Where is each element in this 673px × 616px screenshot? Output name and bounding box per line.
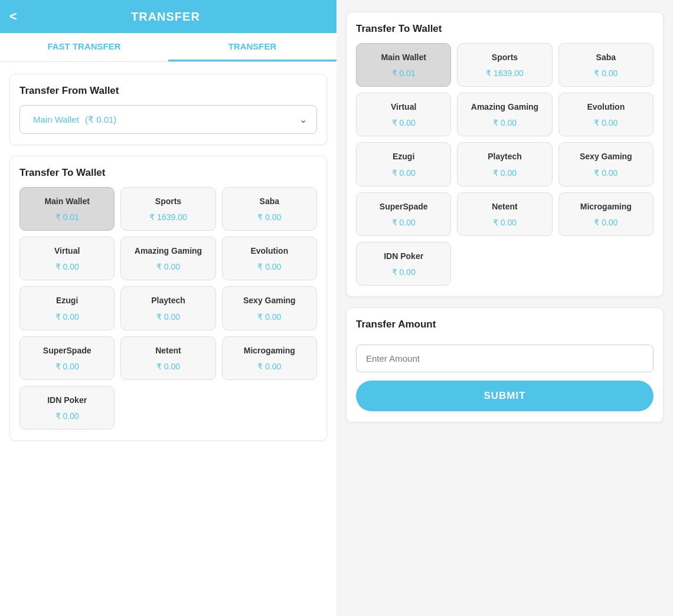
wallet-name: Microgaming [228,345,311,356]
right-wallet-card-netent[interactable]: Netent ₹ 0.00 [457,192,552,236]
tabs-container: FAST TRANSFER TRANSFER [0,33,336,62]
wallet-card-superspade[interactable]: SuperSpade ₹ 0.00 [19,336,115,380]
wallet-name: Microgaming [565,201,647,212]
transfer-amount-title: Transfer Amount [356,319,654,330]
wallet-amount: ₹ 0.00 [127,312,209,322]
wallet-name: Ezugi [362,151,445,162]
right-wallet-card-evolution[interactable]: Evolution ₹ 0.00 [558,93,654,136]
wallet-amount: ₹ 0.00 [26,411,108,421]
wallet-amount: ₹ 0.00 [565,218,647,227]
right-transfer-to-title: Transfer To Wallet [356,23,654,35]
right-wallet-grid: Main Wallet ₹ 0.01 Sports ₹ 1639.00 Saba… [356,43,654,286]
wallet-name: Playtech [127,295,209,306]
wallet-card-sexy-gaming[interactable]: Sexy Gaming ₹ 0.00 [222,286,317,330]
wallet-amount: ₹ 0.00 [362,168,445,178]
right-wallet-card-amazing-gaming[interactable]: Amazing Gaming ₹ 0.00 [457,93,552,136]
wallet-card-netent[interactable]: Netent ₹ 0.00 [120,336,215,380]
wallet-name: Virtual [26,245,108,256]
wallet-amount: ₹ 0.00 [228,362,311,371]
wallet-card-playtech[interactable]: Playtech ₹ 0.00 [120,286,215,330]
wallet-amount: ₹ 0.00 [228,212,311,222]
wallet-grid: Main Wallet ₹ 0.01 Sports ₹ 1639.00 Saba… [19,187,317,430]
right-wallet-card-microgaming[interactable]: Microgaming ₹ 0.00 [558,192,654,236]
wallet-amount: ₹ 0.01 [362,68,445,78]
back-button[interactable]: < [9,9,17,24]
wallet-card-virtual[interactable]: Virtual ₹ 0.00 [19,237,115,280]
wallet-dropdown[interactable]: Main Wallet (₹ 0.01) ⌄ [19,105,317,134]
wallet-name: Main Wallet [362,52,445,63]
wallet-card-saba[interactable]: Saba ₹ 0.00 [222,187,317,231]
wallet-card-microgaming[interactable]: Microgaming ₹ 0.00 [222,336,317,380]
wallet-name: Sexy Gaming [228,295,311,306]
transfer-amount-section: Transfer Amount SUBMIT [346,307,664,422]
wallet-amount: ₹ 0.00 [26,262,108,271]
wallet-name: Saba [228,196,311,207]
left-panel: < TRANSFER FAST TRANSFER TRANSFER Transf… [0,0,336,616]
wallet-amount: ₹ 1639.00 [127,212,209,222]
amount-input[interactable] [356,345,654,372]
wallet-amount: ₹ 0.00 [127,262,209,271]
wallet-name: Virtual [362,101,445,112]
transfer-from-title: Transfer From Wallet [19,85,317,97]
page-title: TRANSFER [24,10,307,24]
wallet-amount: ₹ 0.00 [565,118,647,127]
right-wallet-card-superspade[interactable]: SuperSpade ₹ 0.00 [356,192,451,236]
wallet-amount: ₹ 0.00 [362,218,445,227]
wallet-name: IDN Poker [26,395,108,405]
right-transfer-to-section: Transfer To Wallet Main Wallet ₹ 0.01 Sp… [346,12,664,297]
wallet-name: SuperSpade [362,201,445,212]
submit-button[interactable]: SUBMIT [356,381,654,411]
wallet-name: Saba [565,52,647,63]
right-panel: Transfer To Wallet Main Wallet ₹ 0.01 Sp… [336,0,673,616]
wallet-amount: ₹ 0.00 [26,362,108,371]
selected-wallet-text: Main Wallet (₹ 0.01) [30,114,116,125]
wallet-amount: ₹ 0.00 [565,168,647,178]
wallet-name: Ezugi [26,295,108,306]
right-wallet-card-main-wallet[interactable]: Main Wallet ₹ 0.01 [356,43,451,87]
wallet-amount: ₹ 0.00 [565,68,647,78]
right-wallet-card-sexy-gaming[interactable]: Sexy Gaming ₹ 0.00 [558,142,654,186]
wallet-card-main-wallet[interactable]: Main Wallet ₹ 0.01 [19,187,115,231]
wallet-name: Evolution [565,101,647,112]
wallet-card-idn-poker[interactable]: IDN Poker ₹ 0.00 [19,386,115,430]
wallet-card-amazing-gaming[interactable]: Amazing Gaming ₹ 0.00 [120,237,215,280]
wallet-amount: ₹ 0.00 [362,267,445,277]
wallet-name: Amazing Gaming [463,101,545,112]
header: < TRANSFER [0,0,336,33]
right-wallet-card-idn-poker[interactable]: IDN Poker ₹ 0.00 [356,242,451,286]
wallet-card-ezugi[interactable]: Ezugi ₹ 0.00 [19,286,115,330]
wallet-name: Amazing Gaming [127,245,209,256]
wallet-amount: ₹ 0.00 [127,362,209,371]
wallet-card-sports[interactable]: Sports ₹ 1639.00 [120,187,215,231]
wallet-name: Sexy Gaming [565,151,647,162]
right-wallet-card-sports[interactable]: Sports ₹ 1639.00 [457,43,552,87]
transfer-from-section: Transfer From Wallet Main Wallet (₹ 0.01… [9,74,327,145]
wallet-name: IDN Poker [362,251,445,261]
right-wallet-card-saba[interactable]: Saba ₹ 0.00 [558,43,654,87]
wallet-name: Sports [127,196,209,207]
right-wallet-card-ezugi[interactable]: Ezugi ₹ 0.00 [356,142,451,186]
wallet-amount: ₹ 0.01 [26,212,108,222]
wallet-amount: ₹ 0.00 [463,118,545,127]
wallet-name: Netent [463,201,545,212]
wallet-amount: ₹ 0.00 [463,168,545,178]
right-wallet-card-playtech[interactable]: Playtech ₹ 0.00 [457,142,552,186]
chevron-down-icon: ⌄ [299,114,307,125]
tab-fast-transfer[interactable]: FAST TRANSFER [0,33,168,61]
left-content: Transfer From Wallet Main Wallet (₹ 0.01… [0,62,336,616]
wallet-amount: ₹ 0.00 [228,262,311,271]
wallet-amount: ₹ 0.00 [26,312,108,322]
tab-transfer[interactable]: TRANSFER [168,33,336,61]
wallet-name: SuperSpade [26,345,108,356]
transfer-to-section: Transfer To Wallet Main Wallet ₹ 0.01 Sp… [9,156,327,441]
wallet-amount: ₹ 0.00 [228,312,311,322]
wallet-amount: ₹ 1639.00 [463,68,545,78]
wallet-name: Netent [127,345,209,356]
wallet-name: Playtech [463,151,545,162]
right-wallet-card-virtual[interactable]: Virtual ₹ 0.00 [356,93,451,136]
transfer-to-title: Transfer To Wallet [19,167,317,179]
wallet-amount: ₹ 0.00 [463,218,545,227]
wallet-card-evolution[interactable]: Evolution ₹ 0.00 [222,237,317,280]
wallet-name: Sports [463,52,545,63]
wallet-name: Evolution [228,245,311,256]
